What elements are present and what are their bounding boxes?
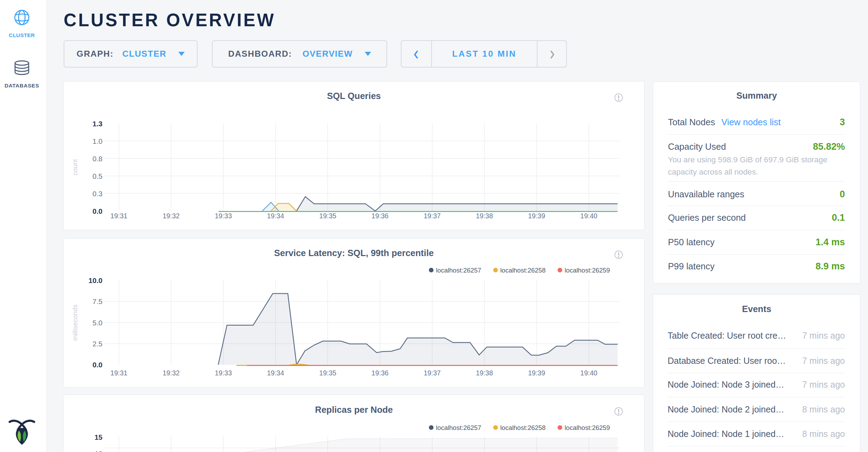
svg-text:15: 15 [94, 433, 102, 441]
svg-text:19:40: 19:40 [580, 369, 597, 377]
svg-text:0.5: 0.5 [93, 172, 103, 180]
svg-text:milliseconds: milliseconds [71, 304, 79, 340]
svg-text:1.0: 1.0 [93, 137, 103, 145]
svg-text:1.3: 1.3 [93, 120, 103, 128]
svg-text:localhost:26258: localhost:26258 [500, 267, 546, 274]
svg-text:0.8: 0.8 [93, 155, 103, 163]
svg-text:19:36: 19:36 [371, 369, 389, 377]
svg-text:19:33: 19:33 [215, 212, 232, 220]
svg-text:19:34: 19:34 [267, 212, 284, 220]
svg-text:localhost:26259: localhost:26259 [565, 424, 610, 431]
svg-text:19:37: 19:37 [424, 369, 441, 377]
svg-text:localhost:26257: localhost:26257 [436, 424, 482, 431]
svg-text:10.0: 10.0 [88, 276, 102, 284]
svg-text:19:35: 19:35 [319, 212, 336, 220]
svg-text:localhost:26257: localhost:26257 [436, 267, 482, 274]
svg-text:19:33: 19:33 [215, 369, 232, 377]
svg-text:19:34: 19:34 [267, 369, 284, 377]
svg-text:localhost:26259: localhost:26259 [565, 267, 610, 274]
svg-text:0.0: 0.0 [93, 207, 103, 215]
svg-text:0.0: 0.0 [93, 361, 103, 369]
svg-text:10: 10 [95, 450, 102, 452]
svg-text:count: count [71, 159, 79, 175]
svg-text:19:36: 19:36 [371, 212, 389, 220]
svg-text:19:35: 19:35 [319, 369, 336, 377]
svg-text:7.5: 7.5 [93, 297, 103, 305]
svg-text:19:39: 19:39 [528, 369, 545, 377]
svg-text:localhost:26258: localhost:26258 [500, 424, 546, 431]
svg-text:5.0: 5.0 [93, 319, 103, 327]
svg-text:19:32: 19:32 [163, 369, 180, 377]
svg-text:19:40: 19:40 [580, 212, 597, 220]
svg-text:19:31: 19:31 [111, 369, 128, 377]
svg-text:19:37: 19:37 [424, 212, 441, 220]
svg-text:19:38: 19:38 [476, 369, 493, 377]
svg-text:2.5: 2.5 [93, 340, 103, 348]
svg-text:19:31: 19:31 [111, 212, 128, 220]
svg-text:19:38: 19:38 [476, 212, 493, 220]
svg-text:19:39: 19:39 [528, 212, 545, 220]
svg-text:19:32: 19:32 [163, 212, 180, 220]
svg-text:0.3: 0.3 [93, 190, 103, 198]
